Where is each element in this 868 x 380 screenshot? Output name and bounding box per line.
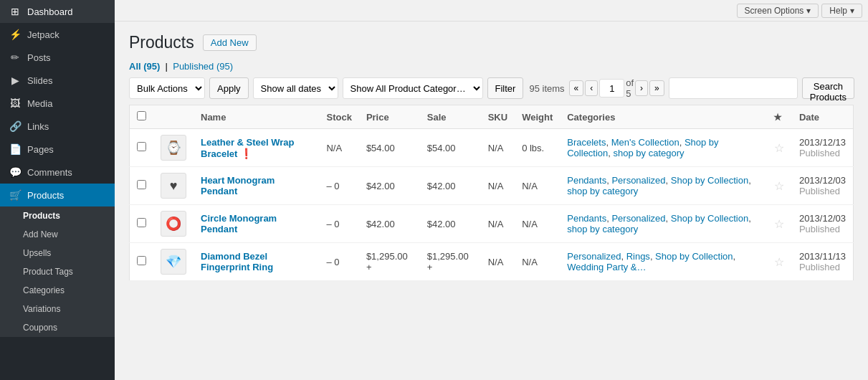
products-icon: 🛒 [9,189,22,201]
filter-published-link[interactable]: Published (95) [173,61,233,72]
sidebar-sub-item-upsells[interactable]: Upsells [0,244,115,262]
product-sku: N/A [481,205,515,243]
category-link[interactable]: Wedding Party &… [567,262,646,272]
help-button[interactable]: Help ▾ [821,4,862,18]
dates-select[interactable]: Show all dates [253,77,338,99]
product-categories: Pendants, Personalized, Shop by Collecti… [560,205,766,243]
category-link[interactable]: Men's Collection [611,137,679,148]
row-checkbox[interactable] [137,180,146,189]
page-prev-button[interactable]: ‹ [585,80,598,96]
product-price: $42.00 [359,205,420,243]
product-name-link[interactable]: Heart Monogram Pendant [201,175,275,196]
sidebar-item-jetpack[interactable]: ⚡ Jetpack [0,23,115,46]
sidebar-item-media[interactable]: 🖼 Media [0,92,115,115]
category-link[interactable]: Personalized [611,175,665,186]
apply-button[interactable]: Apply [209,77,249,99]
category-link[interactable]: shop by category [567,186,638,196]
sidebar-item-label: Products [27,190,64,201]
product-name-link[interactable]: Circle Monogram Pendant [201,213,277,234]
sidebar-item-products[interactable]: 🛒 Products [0,184,115,206]
sidebar-item-slides[interactable]: ▶ Slides [0,69,115,92]
table-row: ♥Heart Monogram Pendant– 0$42.00$42.00N/… [130,167,854,205]
category-link[interactable]: Personalized [567,251,621,262]
product-thumbnail: ⌚ [161,135,186,161]
sidebar-sub-item-variations[interactable]: Variations [0,300,115,318]
col-weight[interactable]: Weight [515,105,560,129]
sidebar-item-links[interactable]: 🔗 Links [0,115,115,138]
sidebar-item-label: Links [27,121,49,132]
row-checkbox[interactable] [137,218,146,227]
product-categories: Pendants, Personalized, Shop by Collecti… [560,167,766,205]
featured-star[interactable]: ☆ [774,142,784,154]
sidebar-sub-item-add-new[interactable]: Add New [0,225,115,244]
category-link[interactable]: shop by category [614,148,685,158]
category-link[interactable]: Pendants [567,175,606,186]
bulk-actions-select[interactable]: Bulk Actions [129,77,205,99]
category-link[interactable]: shop by category [567,224,638,234]
col-date[interactable]: Date [792,105,854,129]
product-weight: N/A [515,167,560,205]
sidebar-item-comments[interactable]: 💬 Comments [0,161,115,184]
search-button[interactable]: Search Products [802,77,854,99]
category-link[interactable]: Rings [626,251,650,262]
select-all-checkbox[interactable] [137,111,146,120]
product-thumbnail: ♥ [161,173,186,199]
product-weight: N/A [515,205,560,243]
posts-icon: ✏ [9,52,22,63]
product-sale-price: $54.00 [420,129,481,167]
col-name[interactable]: Name [194,105,319,129]
col-sku[interactable]: SKU [481,105,515,129]
filter-all-link[interactable]: All (95) [129,61,163,72]
product-price: $54.00 [359,129,420,167]
sidebar-sub-item-products[interactable]: Products [0,206,115,225]
page-first-button[interactable]: « [569,80,584,96]
filter-links: All (95) | Published (95) [129,61,854,72]
screen-options-button[interactable]: Screen Options ▾ [737,4,819,18]
page-next-button[interactable]: › [635,80,648,96]
dashboard-icon: ⊞ [9,6,22,17]
products-table: Name Stock Price Sale SKU Weight Categor… [129,105,854,281]
col-thumbnail [153,105,194,129]
page-last-button[interactable]: » [649,80,664,96]
category-link[interactable]: Bracelets [567,137,606,148]
product-weight: N/A [515,243,560,281]
product-date: 2013/11/13Published [792,243,854,281]
sidebar-item-label: Slides [27,75,52,86]
sidebar-item-pages[interactable]: 📄 Pages [0,138,115,161]
row-checkbox[interactable] [137,256,146,265]
sidebar-sub-item-coupons[interactable]: Coupons [0,318,115,337]
page-total: of 5 [626,77,634,99]
product-name-link[interactable]: Diamond Bezel Fingerprint Ring [201,251,273,272]
category-link[interactable]: Personalized [611,213,665,224]
page-number-input[interactable] [599,79,624,98]
search-input[interactable] [669,77,798,99]
sidebar-item-posts[interactable]: ✏ Posts [0,46,115,69]
featured-star[interactable]: ☆ [774,256,784,268]
product-weight: 0 lbs. [515,129,560,167]
product-date: 2013/12/03Published [792,205,854,243]
col-stock[interactable]: Stock [319,105,358,129]
sidebar-sub-item-product-tags[interactable]: Product Tags [0,262,115,281]
product-price: $42.00 [359,167,420,205]
sidebar-item-dashboard[interactable]: ⊞ Dashboard [0,0,115,23]
col-categories[interactable]: Categories [560,105,766,129]
product-sku: N/A [481,129,515,167]
category-select[interactable]: Show All Product Categor… [343,77,483,99]
category-link[interactable]: Pendants [567,213,606,224]
category-link[interactable]: Shop by Collection [671,213,748,224]
table-row: 💎Diamond Bezel Fingerprint Ring– 0$1,295… [130,243,854,281]
add-new-button[interactable]: Add New [203,34,257,51]
sidebar-sub-item-categories[interactable]: Categories [0,281,115,300]
col-price[interactable]: Price [359,105,420,129]
row-checkbox[interactable] [137,142,146,151]
sidebar-item-label: Pages [27,144,54,155]
main-content: Screen Options ▾ Help ▾ Products Add New… [115,0,868,380]
filter-button[interactable]: Filter [487,77,524,99]
category-link[interactable]: Shop by Collection [671,175,748,186]
col-sale[interactable]: Sale [420,105,481,129]
featured-star[interactable]: ☆ [774,218,784,230]
col-featured[interactable]: ★ [766,105,792,129]
links-icon: 🔗 [9,120,22,132]
featured-star[interactable]: ☆ [774,180,784,192]
category-link[interactable]: Shop by Collection [655,251,733,262]
